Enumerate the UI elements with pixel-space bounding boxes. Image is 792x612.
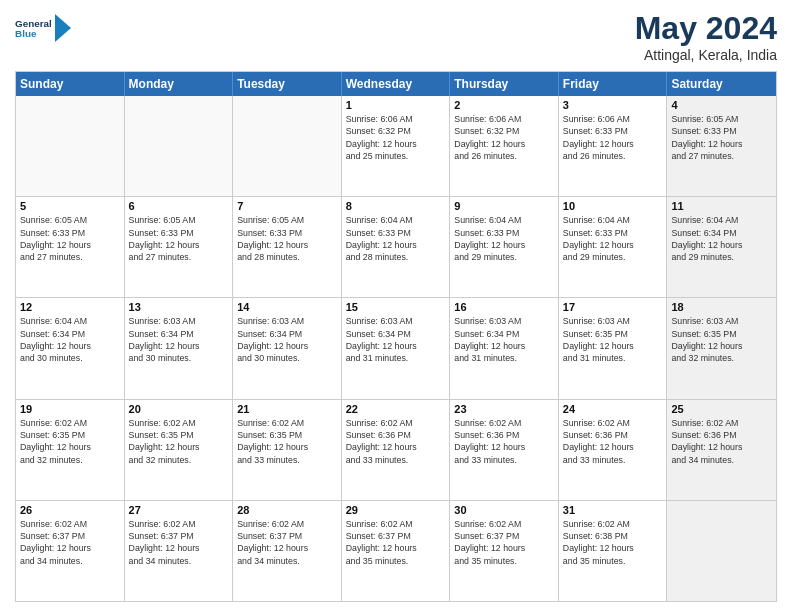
calendar-cell: 16Sunrise: 6:03 AM Sunset: 6:34 PM Dayli… xyxy=(450,298,559,398)
calendar-week-5: 26Sunrise: 6:02 AM Sunset: 6:37 PM Dayli… xyxy=(16,501,776,601)
calendar-header: SundayMondayTuesdayWednesdayThursdayFrid… xyxy=(16,72,776,96)
day-number: 10 xyxy=(563,200,663,212)
day-info: Sunrise: 6:06 AM Sunset: 6:32 PM Dayligh… xyxy=(454,113,554,162)
logo: General Blue xyxy=(15,10,77,46)
day-info: Sunrise: 6:04 AM Sunset: 6:33 PM Dayligh… xyxy=(563,214,663,263)
calendar-week-2: 5Sunrise: 6:05 AM Sunset: 6:33 PM Daylig… xyxy=(16,197,776,298)
day-number: 26 xyxy=(20,504,120,516)
day-info: Sunrise: 6:02 AM Sunset: 6:35 PM Dayligh… xyxy=(20,417,120,466)
calendar-cell: 15Sunrise: 6:03 AM Sunset: 6:34 PM Dayli… xyxy=(342,298,451,398)
day-of-week-wednesday: Wednesday xyxy=(342,72,451,96)
calendar-cell: 24Sunrise: 6:02 AM Sunset: 6:36 PM Dayli… xyxy=(559,400,668,500)
day-of-week-friday: Friday xyxy=(559,72,668,96)
logo-arrow xyxy=(55,10,77,46)
day-info: Sunrise: 6:05 AM Sunset: 6:33 PM Dayligh… xyxy=(20,214,120,263)
calendar-cell: 19Sunrise: 6:02 AM Sunset: 6:35 PM Dayli… xyxy=(16,400,125,500)
day-number: 18 xyxy=(671,301,772,313)
calendar-cell: 12Sunrise: 6:04 AM Sunset: 6:34 PM Dayli… xyxy=(16,298,125,398)
day-info: Sunrise: 6:05 AM Sunset: 6:33 PM Dayligh… xyxy=(671,113,772,162)
day-info: Sunrise: 6:03 AM Sunset: 6:35 PM Dayligh… xyxy=(563,315,663,364)
calendar-cell: 27Sunrise: 6:02 AM Sunset: 6:37 PM Dayli… xyxy=(125,501,234,601)
day-number: 5 xyxy=(20,200,120,212)
calendar-cell xyxy=(233,96,342,196)
day-number: 30 xyxy=(454,504,554,516)
day-number: 15 xyxy=(346,301,446,313)
location-subtitle: Attingal, Kerala, India xyxy=(635,47,777,63)
day-number: 9 xyxy=(454,200,554,212)
day-info: Sunrise: 6:03 AM Sunset: 6:34 PM Dayligh… xyxy=(454,315,554,364)
day-number: 22 xyxy=(346,403,446,415)
day-info: Sunrise: 6:03 AM Sunset: 6:34 PM Dayligh… xyxy=(237,315,337,364)
svg-text:Blue: Blue xyxy=(15,28,37,39)
day-info: Sunrise: 6:02 AM Sunset: 6:36 PM Dayligh… xyxy=(454,417,554,466)
day-info: Sunrise: 6:02 AM Sunset: 6:37 PM Dayligh… xyxy=(346,518,446,567)
calendar-cell: 20Sunrise: 6:02 AM Sunset: 6:35 PM Dayli… xyxy=(125,400,234,500)
day-info: Sunrise: 6:05 AM Sunset: 6:33 PM Dayligh… xyxy=(237,214,337,263)
svg-text:General: General xyxy=(15,18,51,29)
calendar-cell: 3Sunrise: 6:06 AM Sunset: 6:33 PM Daylig… xyxy=(559,96,668,196)
calendar-cell: 29Sunrise: 6:02 AM Sunset: 6:37 PM Dayli… xyxy=(342,501,451,601)
day-info: Sunrise: 6:04 AM Sunset: 6:33 PM Dayligh… xyxy=(346,214,446,263)
calendar-cell: 7Sunrise: 6:05 AM Sunset: 6:33 PM Daylig… xyxy=(233,197,342,297)
calendar-cell: 25Sunrise: 6:02 AM Sunset: 6:36 PM Dayli… xyxy=(667,400,776,500)
day-number: 12 xyxy=(20,301,120,313)
day-number: 27 xyxy=(129,504,229,516)
calendar-cell: 22Sunrise: 6:02 AM Sunset: 6:36 PM Dayli… xyxy=(342,400,451,500)
day-info: Sunrise: 6:05 AM Sunset: 6:33 PM Dayligh… xyxy=(129,214,229,263)
header: General Blue May 2024 Attingal, Kerala, … xyxy=(15,10,777,63)
day-info: Sunrise: 6:04 AM Sunset: 6:34 PM Dayligh… xyxy=(20,315,120,364)
day-info: Sunrise: 6:02 AM Sunset: 6:37 PM Dayligh… xyxy=(129,518,229,567)
svg-marker-2 xyxy=(55,14,71,42)
day-info: Sunrise: 6:03 AM Sunset: 6:34 PM Dayligh… xyxy=(346,315,446,364)
day-info: Sunrise: 6:06 AM Sunset: 6:32 PM Dayligh… xyxy=(346,113,446,162)
month-year-title: May 2024 xyxy=(635,10,777,47)
calendar-cell xyxy=(667,501,776,601)
calendar-cell xyxy=(16,96,125,196)
day-of-week-thursday: Thursday xyxy=(450,72,559,96)
day-number: 28 xyxy=(237,504,337,516)
day-number: 20 xyxy=(129,403,229,415)
day-info: Sunrise: 6:02 AM Sunset: 6:38 PM Dayligh… xyxy=(563,518,663,567)
day-number: 4 xyxy=(671,99,772,111)
day-info: Sunrise: 6:02 AM Sunset: 6:36 PM Dayligh… xyxy=(671,417,772,466)
day-number: 19 xyxy=(20,403,120,415)
calendar-cell: 17Sunrise: 6:03 AM Sunset: 6:35 PM Dayli… xyxy=(559,298,668,398)
calendar-cell: 21Sunrise: 6:02 AM Sunset: 6:35 PM Dayli… xyxy=(233,400,342,500)
day-info: Sunrise: 6:02 AM Sunset: 6:36 PM Dayligh… xyxy=(563,417,663,466)
day-info: Sunrise: 6:04 AM Sunset: 6:34 PM Dayligh… xyxy=(671,214,772,263)
day-info: Sunrise: 6:06 AM Sunset: 6:33 PM Dayligh… xyxy=(563,113,663,162)
calendar-cell: 13Sunrise: 6:03 AM Sunset: 6:34 PM Dayli… xyxy=(125,298,234,398)
day-number: 31 xyxy=(563,504,663,516)
day-of-week-sunday: Sunday xyxy=(16,72,125,96)
calendar-cell: 26Sunrise: 6:02 AM Sunset: 6:37 PM Dayli… xyxy=(16,501,125,601)
day-of-week-tuesday: Tuesday xyxy=(233,72,342,96)
calendar-body: 1Sunrise: 6:06 AM Sunset: 6:32 PM Daylig… xyxy=(16,96,776,601)
day-number: 16 xyxy=(454,301,554,313)
calendar-cell: 5Sunrise: 6:05 AM Sunset: 6:33 PM Daylig… xyxy=(16,197,125,297)
calendar-cell: 9Sunrise: 6:04 AM Sunset: 6:33 PM Daylig… xyxy=(450,197,559,297)
day-info: Sunrise: 6:02 AM Sunset: 6:35 PM Dayligh… xyxy=(129,417,229,466)
calendar-week-1: 1Sunrise: 6:06 AM Sunset: 6:32 PM Daylig… xyxy=(16,96,776,197)
calendar-cell: 6Sunrise: 6:05 AM Sunset: 6:33 PM Daylig… xyxy=(125,197,234,297)
calendar-cell: 30Sunrise: 6:02 AM Sunset: 6:37 PM Dayli… xyxy=(450,501,559,601)
day-number: 6 xyxy=(129,200,229,212)
calendar-week-3: 12Sunrise: 6:04 AM Sunset: 6:34 PM Dayli… xyxy=(16,298,776,399)
day-number: 25 xyxy=(671,403,772,415)
day-info: Sunrise: 6:03 AM Sunset: 6:35 PM Dayligh… xyxy=(671,315,772,364)
day-number: 11 xyxy=(671,200,772,212)
calendar-cell xyxy=(125,96,234,196)
day-number: 29 xyxy=(346,504,446,516)
title-area: May 2024 Attingal, Kerala, India xyxy=(635,10,777,63)
day-info: Sunrise: 6:02 AM Sunset: 6:37 PM Dayligh… xyxy=(454,518,554,567)
day-number: 23 xyxy=(454,403,554,415)
calendar-cell: 28Sunrise: 6:02 AM Sunset: 6:37 PM Dayli… xyxy=(233,501,342,601)
calendar-cell: 18Sunrise: 6:03 AM Sunset: 6:35 PM Dayli… xyxy=(667,298,776,398)
day-number: 17 xyxy=(563,301,663,313)
day-number: 8 xyxy=(346,200,446,212)
day-info: Sunrise: 6:02 AM Sunset: 6:37 PM Dayligh… xyxy=(237,518,337,567)
calendar-cell: 23Sunrise: 6:02 AM Sunset: 6:36 PM Dayli… xyxy=(450,400,559,500)
day-info: Sunrise: 6:02 AM Sunset: 6:36 PM Dayligh… xyxy=(346,417,446,466)
calendar-cell: 1Sunrise: 6:06 AM Sunset: 6:32 PM Daylig… xyxy=(342,96,451,196)
day-number: 3 xyxy=(563,99,663,111)
day-number: 1 xyxy=(346,99,446,111)
